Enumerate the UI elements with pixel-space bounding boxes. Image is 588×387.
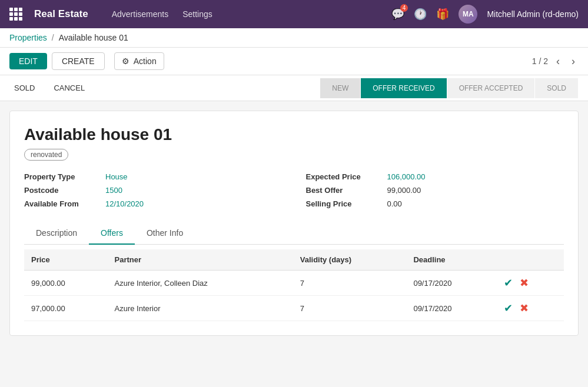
- action-bar: EDIT CREATE ⚙ Action 1 / 2 ‹ ›: [0, 48, 588, 75]
- refuse-offer-icon-1[interactable]: ✖: [520, 302, 529, 314]
- cell-validity-1: 7: [293, 296, 407, 321]
- record-card: Available house 01 renovated Property Ty…: [9, 111, 579, 336]
- field-value-expected-price: 106,000.00: [387, 172, 426, 181]
- pipeline-step-offer-received[interactable]: OFFER RECEIVED: [361, 78, 447, 98]
- col-header-actions: [497, 249, 564, 271]
- nav-links: Advertisements Settings: [112, 9, 380, 19]
- field-row-best-offer: Best Offer 99,000.00: [306, 186, 564, 195]
- cell-price-0: 99,000.00: [24, 271, 108, 296]
- field-label-best-offer: Best Offer: [306, 186, 383, 195]
- pipeline-step-offer-accepted[interactable]: OFFER ACCEPTED: [447, 78, 536, 98]
- clock-icon[interactable]: 🕐: [414, 8, 427, 21]
- fields-right: Expected Price 106,000.00 Best Offer 99,…: [306, 172, 564, 208]
- user-name[interactable]: Mitchell Admin (rd-demo): [487, 9, 579, 19]
- field-value-available-from[interactable]: 12/10/2020: [105, 199, 144, 208]
- field-label-selling-price: Selling Price: [306, 199, 383, 208]
- gear-icon: ⚙: [122, 56, 129, 66]
- field-value-selling-price: 0.00: [387, 199, 402, 208]
- breadcrumb-separator: /: [52, 33, 54, 42]
- avatar[interactable]: MA: [459, 5, 477, 24]
- nav-icons: 💬4 🕐 🎁 MA Mitchell Admin (rd-demo): [391, 5, 579, 24]
- nav-settings[interactable]: Settings: [182, 9, 212, 19]
- col-header-validity: Validity (days): [293, 249, 407, 271]
- cell-validity-0: 7: [293, 271, 407, 296]
- cell-partner-0: Azure Interior, Colleen Diaz: [108, 271, 293, 296]
- tag-badge: renovated: [24, 149, 68, 161]
- status-pipeline: NEW OFFER RECEIVED OFFER ACCEPTED SOLD: [320, 78, 579, 98]
- cell-deadline-1: 09/17/2020: [406, 296, 497, 321]
- col-header-deadline: Deadline: [406, 249, 497, 271]
- pagination: 1 / 2 ‹ ›: [532, 54, 579, 69]
- prev-arrow[interactable]: ‹: [553, 54, 563, 69]
- field-row-selling-price: Selling Price 0.00: [306, 199, 564, 208]
- pagination-count: 1 / 2: [532, 56, 548, 66]
- field-value-best-offer: 99,000.00: [387, 186, 421, 195]
- table-row: 97,000.00 Azure Interior 7 09/17/2020 ✔ …: [24, 296, 564, 321]
- fields-grid: Property Type House Postcode 1500 Availa…: [24, 172, 564, 208]
- breadcrumb-parent[interactable]: Properties: [9, 33, 47, 42]
- cell-price-1: 97,000.00: [24, 296, 108, 321]
- status-bar: SOLD CANCEL NEW OFFER RECEIVED OFFER ACC…: [0, 75, 588, 101]
- tabs-bar: Description Offers Other Info: [24, 222, 564, 245]
- table-header-row: Price Partner Validity (days) Deadline: [24, 249, 564, 271]
- cell-partner-1: Azure Interior: [108, 296, 293, 321]
- next-arrow[interactable]: ›: [568, 54, 579, 69]
- fields-left: Property Type House Postcode 1500 Availa…: [24, 172, 283, 208]
- field-label-available-from: Available From: [24, 199, 101, 208]
- accept-offer-icon-0[interactable]: ✔: [504, 277, 513, 289]
- table-row: 99,000.00 Azure Interior, Colleen Diaz 7…: [24, 271, 564, 296]
- accept-offer-icon-1[interactable]: ✔: [504, 302, 513, 314]
- action-button[interactable]: ⚙ Action: [114, 52, 164, 70]
- field-row-property-type: Property Type House: [24, 172, 283, 181]
- cell-actions-1: ✔ ✖: [497, 296, 564, 321]
- offers-table: Price Partner Validity (days) Deadline 9…: [24, 249, 564, 321]
- tab-offers[interactable]: Offers: [89, 222, 135, 245]
- field-label-expected-price: Expected Price: [306, 172, 383, 181]
- tab-description[interactable]: Description: [24, 222, 89, 245]
- app-grid-icon[interactable]: [9, 8, 22, 21]
- field-value-postcode[interactable]: 1500: [105, 186, 122, 195]
- col-header-price: Price: [24, 249, 108, 271]
- discuss-icon[interactable]: 💬4: [391, 8, 404, 21]
- breadcrumb-current: Available house 01: [59, 33, 128, 42]
- cell-actions-0: ✔ ✖: [497, 271, 564, 296]
- col-header-partner: Partner: [108, 249, 293, 271]
- gift-icon[interactable]: 🎁: [436, 8, 449, 21]
- create-button[interactable]: CREATE: [52, 52, 105, 70]
- field-row-available-from: Available From 12/10/2020: [24, 199, 283, 208]
- tab-other-info[interactable]: Other Info: [135, 222, 195, 245]
- field-value-property-type[interactable]: House: [105, 172, 128, 181]
- sold-action-button[interactable]: SOLD: [9, 81, 39, 95]
- field-row-expected-price: Expected Price 106,000.00: [306, 172, 564, 181]
- cancel-action-button[interactable]: CANCEL: [49, 81, 89, 95]
- app-name: Real Estate: [34, 8, 88, 20]
- top-nav: Real Estate Advertisements Settings 💬4 🕐…: [0, 0, 588, 28]
- refuse-offer-icon-0[interactable]: ✖: [520, 277, 529, 289]
- pipeline-step-new[interactable]: NEW: [320, 78, 361, 98]
- status-actions: SOLD CANCEL: [9, 75, 89, 101]
- field-label-postcode: Postcode: [24, 186, 101, 195]
- pipeline-step-sold[interactable]: SOLD: [535, 78, 579, 98]
- nav-advertisements[interactable]: Advertisements: [112, 9, 168, 19]
- field-row-postcode: Postcode 1500: [24, 186, 283, 195]
- record-title: Available house 01: [24, 125, 564, 144]
- cell-deadline-0: 09/17/2020: [406, 271, 497, 296]
- main-content: Available house 01 renovated Property Ty…: [0, 101, 588, 345]
- edit-button[interactable]: EDIT: [9, 53, 47, 69]
- field-label-property-type: Property Type: [24, 172, 101, 181]
- breadcrumb: Properties / Available house 01: [0, 28, 588, 48]
